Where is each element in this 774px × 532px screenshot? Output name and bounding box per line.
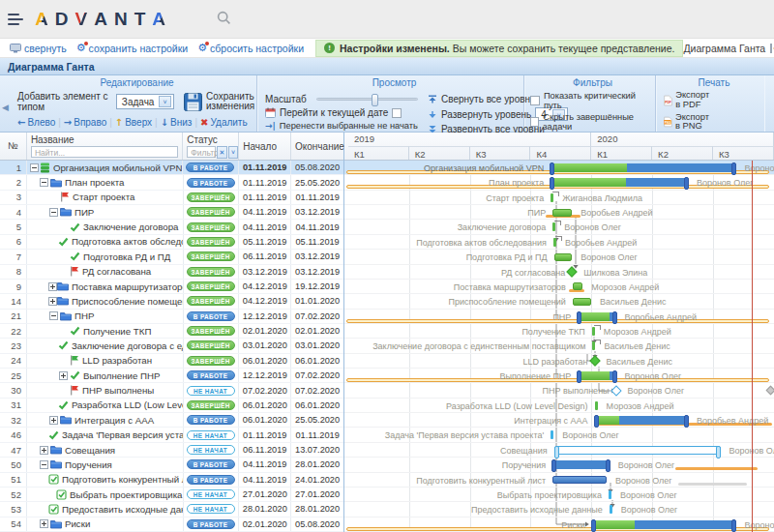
move-down-button[interactable]: ↓Вниз	[161, 117, 193, 128]
save-changes-button[interactable]: Сохранить изменения	[184, 92, 256, 112]
gantt-row[interactable]: Подготовка актов обследованияВоробьев Ан…	[344, 235, 774, 250]
task-bar[interactable]	[552, 476, 607, 484]
table-row[interactable]: 54РискиВ РАБОТЕ02.01.202005.08.2020	[0, 517, 343, 532]
table-row[interactable]: 30ПНР выполненыНЕ НАЧАТ07.02.202007.02.2…	[0, 383, 343, 398]
gantt-row[interactable]: ПНР выполненыВоронов Олег	[344, 383, 774, 398]
column-header-end[interactable]: Окончание	[291, 133, 343, 160]
table-row[interactable]: 23Заключение договора с единствЗАВЕРШЁН0…	[0, 339, 343, 353]
milestone-marker[interactable]	[551, 430, 553, 439]
milestone-marker[interactable]	[595, 401, 598, 410]
table-row[interactable]: 50ПорученияВ РАБОТЕ04.11.201928.01.2020	[0, 458, 343, 472]
table-row[interactable]: 2План проектаВ РАБОТЕ01.11.201925.05.202…	[0, 175, 343, 190]
gantt-row[interactable]: План проектаВоронов Олег	[344, 175, 774, 190]
goto-current-date-checkbox[interactable]	[392, 108, 402, 118]
table-row[interactable]: 3Старт проектаЗАВЕРШЁН01.11.201901.11.20…	[0, 191, 343, 205]
column-header-start[interactable]: Начало	[239, 133, 291, 160]
summary-bar[interactable]	[592, 520, 736, 529]
gantt-row[interactable]: Организация мобильной VPNВоронов О	[344, 161, 774, 175]
table-row[interactable]: 51Подготовить конкурентный листВ РАБОТЕ0…	[0, 473, 343, 488]
gantt-row[interactable]: СовещанияВоронов Олег	[344, 443, 774, 458]
expander-minus-icon[interactable]	[48, 311, 60, 320]
gantt-row[interactable]: ПорученияВоронов Олег	[344, 458, 774, 472]
table-row[interactable]: 31Разработка LLD (Low Level DesignЗАВЕРШ…	[0, 399, 343, 413]
gantt-row[interactable]: Выбрать проектировщикаВоронов Олег	[344, 488, 774, 502]
gantt-row[interactable]: Заключение договора с единственным поста…	[344, 339, 774, 353]
gantt-row[interactable]: Задача 'Первая версия устава проекта'Вор…	[344, 428, 774, 442]
summary-bar[interactable]	[554, 446, 721, 455]
column-header-status[interactable]: Статус Фильтр ✕ ˅	[183, 133, 239, 160]
panel-collapse-icon[interactable]: ◀	[2, 103, 9, 112]
table-row[interactable]: 9Поставка маршрутизаторовЗАВЕРШЁН04.12.2…	[0, 280, 343, 294]
gantt-row[interactable]: ПИРВоробьев Андрей	[344, 205, 774, 220]
collapse-all-label[interactable]: Свернуть все уровни	[441, 94, 536, 104]
gantt-row[interactable]: РискиВоронов О	[344, 517, 774, 532]
milestone-marker[interactable]	[610, 505, 612, 514]
move-not-started-label[interactable]: Перенести выбранные не начатые задачи	[280, 121, 418, 131]
table-row[interactable]: 14Приспособление помещенийЗАВЕРШЁН04.12.…	[0, 294, 343, 309]
milestone-diamond[interactable]	[566, 266, 577, 277]
milestone-diamond[interactable]	[610, 385, 621, 396]
expander-minus-icon[interactable]	[48, 208, 60, 217]
gantt-toggle-checkbox[interactable]	[770, 44, 772, 53]
export-pdf-button[interactable]: PDF Экспорт в PDF	[664, 91, 716, 110]
table-row[interactable]: 5Заключение договораЗАВЕРШЁН04.11.201904…	[0, 220, 343, 234]
table-row[interactable]: 22Получение ТКПЗАВЕРШЁН02.01.202002.01.2…	[0, 324, 343, 339]
expander-minus-icon[interactable]	[39, 178, 50, 187]
summary-bar[interactable]	[551, 163, 735, 172]
table-row[interactable]: 53Предоставить исходные данныеНЕ НАЧАТ28…	[0, 502, 343, 517]
expander-minus-icon[interactable]	[29, 163, 40, 172]
goto-current-date-label[interactable]: Перейти к текущей дате	[280, 107, 388, 118]
milestone-marker[interactable]	[552, 222, 555, 231]
search-input[interactable]: Найти...	[31, 146, 178, 158]
gantt-row[interactable]: LLD разработанВасильев Денис	[344, 354, 774, 369]
summary-bar[interactable]	[578, 371, 615, 380]
task-bar[interactable]	[573, 298, 591, 306]
table-row[interactable]: 46Задача 'Первая версия устава проеНЕ НА…	[0, 428, 343, 442]
expander-plus-icon[interactable]	[39, 446, 50, 455]
critical-path-checkbox[interactable]	[530, 96, 540, 105]
gantt-row[interactable]: Приспособление помещенийВасильев Денис	[344, 294, 774, 309]
milestone-marker[interactable]	[592, 327, 595, 336]
table-row[interactable]: 25Выполнение ПНРВ РАБОТЕ12.12.201907.02.…	[0, 369, 343, 383]
summary-bar[interactable]	[578, 312, 615, 321]
filter-clear-icon[interactable]: ✕	[217, 146, 227, 159]
gantt-row[interactable]: Выполнение ПНРВоронов Олег	[344, 369, 774, 383]
table-row[interactable]: 47СовещанияНЕ НАЧАТ06.11.201913.07.2020	[0, 443, 343, 458]
status-filter-input[interactable]: Фильтр	[187, 146, 216, 158]
table-row[interactable]: 24LLD разработанЗАВЕРШЁН06.01.202006.01.…	[0, 354, 343, 369]
hide-completed-checkbox[interactable]	[530, 117, 539, 127]
column-header-name[interactable]: Название Найти...	[27, 133, 183, 160]
move-right-button[interactable]: →Вправо	[64, 117, 106, 128]
expand-level-label[interactable]: Развернуть уровень	[441, 109, 531, 120]
filter-dropdown-icon[interactable]: ˅	[228, 146, 239, 159]
task-bar[interactable]	[573, 282, 582, 290]
expander-plus-icon[interactable]	[48, 416, 60, 425]
gantt-row[interactable]: РД согласованаШилкова Элина	[344, 265, 774, 280]
expander-plus-icon[interactable]	[39, 519, 50, 528]
scale-slider[interactable]	[316, 98, 418, 101]
table-row[interactable]: 8РД согласованаЗАВЕРШЁН03.12.201903.12.2…	[0, 265, 343, 280]
milestone-marker[interactable]	[551, 193, 553, 202]
table-row[interactable]: 4ПИРЗАВЕРШЁН04.11.201903.12.2019	[0, 205, 343, 220]
task-bar[interactable]	[552, 209, 572, 217]
reset-settings-button[interactable]: ⚙ сбросить настройки	[197, 43, 304, 54]
menu-icon[interactable]	[8, 13, 25, 26]
export-png-button[interactable]: PNG Экспорт в PNG	[664, 113, 716, 133]
milestone-diamond[interactable]	[589, 356, 600, 367]
move-left-button[interactable]: ←Влево	[17, 117, 55, 128]
table-row[interactable]: 6Подготовка актов обследованияЗАВЕРШЁН05…	[0, 235, 343, 250]
gantt-row[interactable]: Получение ТКПМорозов Андрей	[344, 324, 774, 339]
gantt-row[interactable]: Предоставить исходные данныеВоронов Олег	[344, 502, 774, 517]
gantt-row[interactable]: Разработка LLD (Low Level Design)Морозов…	[344, 399, 774, 413]
summary-bar[interactable]	[551, 178, 688, 187]
gantt-row[interactable]: ПНРВоробьев Андрей	[344, 310, 774, 324]
gantt-row[interactable]: Подготовка РД и ПДВоронов Олег	[344, 250, 774, 264]
table-row[interactable]: 1Организация мобильной VPNВ РАБОТЕ01.11.…	[0, 161, 343, 175]
gantt-row[interactable]: Интеграция с АААВоробьев Андрей	[344, 413, 774, 428]
table-row[interactable]: 7Подготовка РД и ПДЗАВЕРШЁН06.11.201903.…	[0, 250, 343, 264]
table-row[interactable]: 21ПНРВ РАБОТЕ12.12.201907.02.2020	[0, 310, 343, 324]
gantt-row[interactable]: Подготовить конкурентный листВоронов Оле…	[344, 473, 774, 488]
move-up-button[interactable]: ↑Вверх	[115, 117, 152, 128]
collapse-button[interactable]: свернуть	[10, 43, 67, 54]
milestone-marker[interactable]	[553, 238, 556, 247]
